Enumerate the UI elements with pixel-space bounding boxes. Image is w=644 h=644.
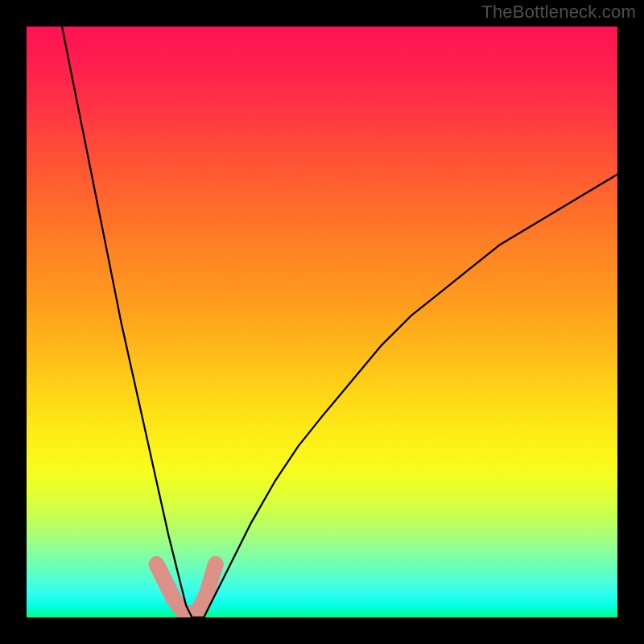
plot-area (27, 27, 617, 617)
chart-svg (27, 27, 617, 617)
outer-frame: TheBottleneck.com (0, 0, 644, 644)
bottleneck-curve (62, 27, 617, 617)
watermark-text: TheBottleneck.com (481, 2, 636, 23)
